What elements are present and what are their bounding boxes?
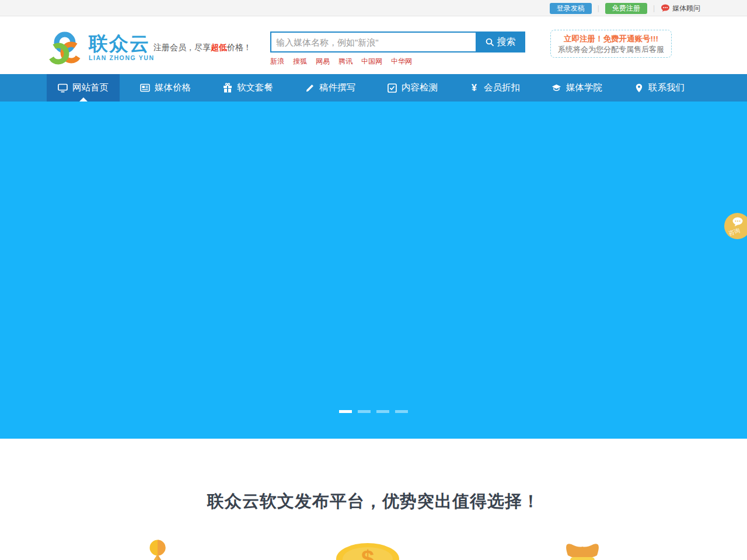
hot-link[interactable]: 中华网 [391, 57, 412, 66]
separator: | [653, 4, 655, 12]
coin-icon: $ [336, 541, 400, 560]
logo-knot-icon [47, 30, 83, 65]
site-logo[interactable]: 联众云 LIAN ZHONG YUN [47, 30, 155, 65]
hot-link[interactable]: 网易 [316, 57, 330, 66]
features-heading: 联众云软文发布平台，优势突出值得选择！ [0, 439, 747, 513]
carousel-dot-1[interactable] [339, 410, 352, 413]
yuan-icon: ¥ [469, 83, 479, 93]
hot-link[interactable]: 中国网 [361, 57, 382, 66]
nav-item-label: 媒体价格 [155, 82, 191, 94]
nav-item-label: 内容检测 [402, 82, 438, 94]
media-search: 搜索 [270, 32, 525, 52]
search-input[interactable] [270, 32, 476, 52]
pen-icon [305, 83, 315, 93]
newspaper-icon [140, 83, 150, 93]
chat-bubble-icon [732, 217, 743, 227]
search-icon [486, 38, 494, 47]
hot-media-links: 新浪搜狐网易腾讯中国网中华网 [270, 57, 421, 66]
money-bag-icon [559, 538, 606, 560]
nav-item-article-writing[interactable]: 稿件撰写 [294, 74, 366, 102]
nav-item-content-check[interactable]: 内容检测 [376, 74, 449, 102]
media-consultant-link[interactable]: 媒体顾问 [661, 4, 700, 13]
promo-line2: 系统将会为您分配专属售后客服 [551, 44, 671, 55]
hot-link[interactable]: 新浪 [270, 57, 284, 66]
nav-item-media-academy[interactable]: 媒体学院 [540, 74, 613, 102]
nav-item-member-discount[interactable]: ¥会员折扣 [458, 74, 531, 102]
nav-item-label: 会员折扣 [484, 82, 520, 94]
chat-bubble-icon [661, 4, 670, 12]
nav-item-label: 媒体学院 [566, 82, 602, 94]
search-button-label: 搜索 [497, 36, 516, 48]
nav-item-home[interactable]: 网站首页 [47, 74, 120, 102]
free-register-button[interactable]: 免费注册 [605, 3, 647, 14]
gift-icon [222, 83, 232, 93]
register-promo-box[interactable]: 立即注册！免费开通账号!!! 系统将会为您分配专属售后客服 [550, 30, 672, 58]
nav-item-media-price[interactable]: 媒体价格 [129, 74, 202, 102]
nav-item-label: 软文套餐 [237, 82, 273, 94]
features-section: 联众云软文发布平台，优势突出值得选择！ $ [0, 439, 747, 560]
consult-float-button[interactable]: 咨询 [724, 213, 747, 239]
member-tagline: 注册会员，尽享超低价格！ [153, 43, 252, 53]
logo-title: 联众云 [89, 34, 155, 53]
nav-item-contact-us[interactable]: 联系我们 [623, 74, 696, 102]
search-button[interactable]: 搜索 [476, 32, 525, 52]
carousel-dot-2[interactable] [358, 410, 371, 413]
site-header: 联众云 LIAN ZHONG YUN 注册会员，尽享超低价格！ 搜索 新浪搜狐网… [0, 16, 747, 74]
nav-item-label: 稿件撰写 [319, 82, 355, 94]
topbar: 登录发稿 | 免费注册 | 媒体顾问 [0, 0, 747, 16]
map-pin-icon [634, 83, 644, 93]
consult-label: 咨询 [727, 226, 741, 237]
check-square-icon [387, 83, 397, 93]
logo-subtitle: LIAN ZHONG YUN [89, 54, 155, 61]
svg-text:$: $ [361, 546, 374, 560]
crown-icon [121, 537, 194, 560]
graduation-cap-icon [551, 83, 561, 93]
tagline-highlight: 超低 [211, 43, 227, 52]
promo-line1: 立即注册！免费开通账号!!! [551, 33, 671, 44]
login-post-button[interactable]: 登录发稿 [550, 3, 592, 14]
nav-items: 网站首页媒体价格软文套餐稿件撰写内容检测¥会员折扣媒体学院联系我们 [47, 74, 700, 102]
hot-link[interactable]: 搜狐 [293, 57, 307, 66]
carousel-dot-4[interactable] [395, 410, 408, 413]
separator: | [598, 4, 599, 12]
hot-link[interactable]: 腾讯 [338, 57, 352, 66]
monitor-icon [58, 83, 68, 93]
carousel-dot-3[interactable] [376, 410, 389, 413]
carousel-indicators [336, 410, 411, 413]
media-consultant-label: 媒体顾问 [672, 4, 700, 13]
nav-item-article-package[interactable]: 软文套餐 [211, 74, 284, 102]
main-nav: 网站首页媒体价格软文套餐稿件撰写内容检测¥会员折扣媒体学院联系我们 [0, 74, 747, 102]
nav-item-label: 网站首页 [72, 82, 109, 94]
hero-carousel[interactable] [0, 102, 747, 439]
nav-item-label: 联系我们 [648, 82, 685, 94]
